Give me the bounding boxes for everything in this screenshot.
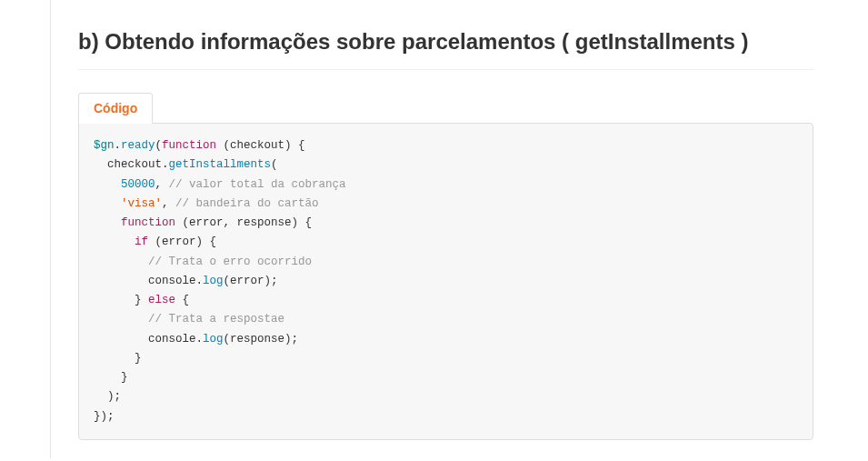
content-area: b) Obtendo informações sobre parcelament… — [50, 0, 841, 458]
code-line: console.log(response); — [94, 330, 798, 349]
code-line: ); — [94, 387, 798, 406]
code-line: // Trata o erro ocorrido — [94, 253, 798, 272]
code-line: } — [94, 368, 798, 387]
code-line: console.log(error); — [94, 272, 798, 291]
code-line: function (error, response) { — [94, 214, 798, 233]
code-line: } — [94, 349, 798, 368]
divider — [78, 69, 813, 70]
tabs-row: Código — [78, 93, 813, 124]
code-line: }); — [94, 407, 798, 426]
code-line: checkout.getInstallments( — [94, 155, 798, 175]
code-line: } else { — [94, 291, 798, 310]
section-heading: b) Obtendo informações sobre parcelament… — [78, 27, 813, 55]
code-line: // Trata a respostae — [94, 310, 798, 329]
code-block: $gn.ready(function (checkout) { checkout… — [78, 123, 813, 440]
tab-code[interactable]: Código — [78, 93, 153, 124]
code-line: 50000, // valor total da cobrança — [94, 175, 798, 195]
code-line: if (error) { — [94, 233, 798, 252]
code-line: $gn.ready(function (checkout) { — [94, 136, 798, 155]
code-line: 'visa', // bandeira do cartão — [94, 195, 798, 214]
